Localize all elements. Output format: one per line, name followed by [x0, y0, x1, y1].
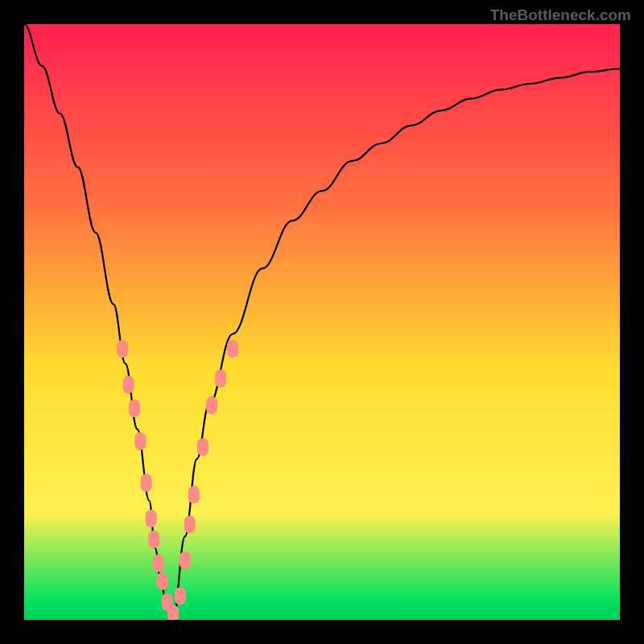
data-marker — [157, 572, 168, 590]
data-marker — [175, 587, 186, 605]
data-marker — [197, 438, 208, 456]
data-marker — [153, 555, 164, 572]
data-marker — [180, 551, 191, 569]
data-marker — [215, 369, 226, 387]
data-marker — [129, 399, 140, 417]
watermark: TheBottleneck.com — [490, 6, 631, 24]
marker-group — [117, 340, 238, 620]
data-marker — [134, 432, 146, 450]
data-marker — [188, 486, 200, 504]
data-marker — [146, 510, 157, 527]
curve-overlay — [24, 24, 620, 620]
data-marker — [206, 397, 217, 415]
data-marker — [123, 376, 134, 394]
data-marker — [117, 340, 128, 357]
data-marker — [167, 605, 179, 620]
data-marker — [184, 516, 196, 534]
data-marker — [148, 530, 159, 548]
data-marker — [141, 474, 152, 492]
data-marker — [227, 340, 238, 357]
bottleneck-curve — [24, 24, 620, 620]
chart-frame — [24, 24, 620, 620]
